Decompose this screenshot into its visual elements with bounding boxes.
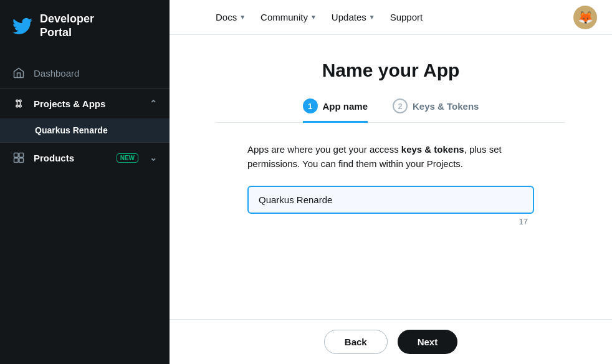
sidebar-title: Developer Portal [40, 12, 94, 39]
page-title: Name your App [322, 60, 460, 81]
tab2-number: 2 [393, 98, 408, 113]
sidebar-products-label: Products [34, 153, 103, 163]
docs-label: Docs [216, 12, 237, 22]
svg-rect-10 [14, 158, 19, 163]
next-button[interactable]: Next [398, 330, 458, 354]
sidebar-nav: Dashboard Projects & Apps ⌃ Quarkus Re [0, 52, 170, 179]
sidebar: Developer Portal Dashboard [0, 0, 170, 364]
projects-section: Projects & Apps ⌃ Quarkus Renarde [0, 88, 170, 142]
tab-app-name[interactable]: 1 App name [303, 98, 368, 123]
twitter-logo-icon [12, 16, 32, 36]
tab1-number: 1 [303, 98, 318, 113]
nav-updates[interactable]: Updates ▼ [325, 7, 381, 27]
input-wrapper: 17 [247, 186, 534, 214]
sidebar-quarkus-label: Quarkus Renarde [35, 125, 108, 135]
products-icon [12, 151, 25, 164]
community-chevron-icon: ▼ [310, 14, 317, 21]
chevron-down-icon: ⌄ [150, 153, 157, 163]
sidebar-dashboard-label: Dashboard [34, 68, 157, 79]
sidebar-header: Developer Portal [0, 0, 170, 52]
tab2-label: Keys & Tokens [413, 101, 479, 112]
svg-rect-8 [14, 153, 19, 158]
footer-actions: Back Next [170, 319, 612, 364]
projects-icon [12, 97, 25, 110]
nav-docs[interactable]: Docs ▼ [209, 7, 252, 27]
tab-keys-tokens[interactable]: 2 Keys & Tokens [393, 98, 479, 123]
main-content: Docs ▼ Community ▼ Updates ▼ Support 🦊 N… [170, 0, 612, 364]
description-text: Apps are where you get your access keys … [247, 143, 534, 171]
svg-rect-9 [19, 153, 24, 158]
chevron-up-icon: ⌃ [150, 98, 157, 108]
updates-label: Updates [332, 12, 366, 22]
svg-rect-11 [19, 158, 24, 163]
products-section: Products NEW ⌄ [0, 142, 170, 173]
svg-point-2 [16, 105, 18, 107]
sidebar-projects-label: Projects & Apps [34, 98, 141, 109]
nav-community[interactable]: Community ▼ [254, 7, 323, 27]
app-name-input[interactable] [247, 186, 534, 214]
new-badge: NEW [117, 153, 138, 163]
wizard-tabs: 1 App name 2 Keys & Tokens [216, 98, 565, 123]
top-nav: Docs ▼ Community ▼ Updates ▼ Support 🦊 [170, 0, 612, 35]
page-content: Name your App 1 App name 2 Keys & Tokens… [170, 35, 612, 319]
sidebar-item-dashboard[interactable]: Dashboard [0, 58, 170, 88]
community-label: Community [261, 12, 308, 22]
char-count: 17 [519, 217, 528, 226]
top-nav-links: Docs ▼ Community ▼ Updates ▼ Support [209, 7, 429, 27]
sidebar-item-products[interactable]: Products NEW ⌄ [0, 143, 170, 173]
back-button[interactable]: Back [324, 330, 388, 354]
user-avatar[interactable]: 🦊 [573, 6, 597, 29]
svg-point-1 [19, 100, 21, 102]
updates-chevron-icon: ▼ [369, 14, 375, 21]
sidebar-item-quarkus[interactable]: Quarkus Renarde [0, 118, 170, 142]
svg-point-0 [16, 100, 18, 102]
home-icon [12, 67, 25, 79]
sidebar-item-projects[interactable]: Projects & Apps ⌃ [0, 89, 170, 118]
nav-support[interactable]: Support [384, 7, 429, 27]
support-label: Support [390, 12, 423, 22]
svg-point-3 [19, 105, 21, 107]
tab1-label: App name [323, 101, 368, 112]
docs-chevron-icon: ▼ [239, 14, 246, 21]
